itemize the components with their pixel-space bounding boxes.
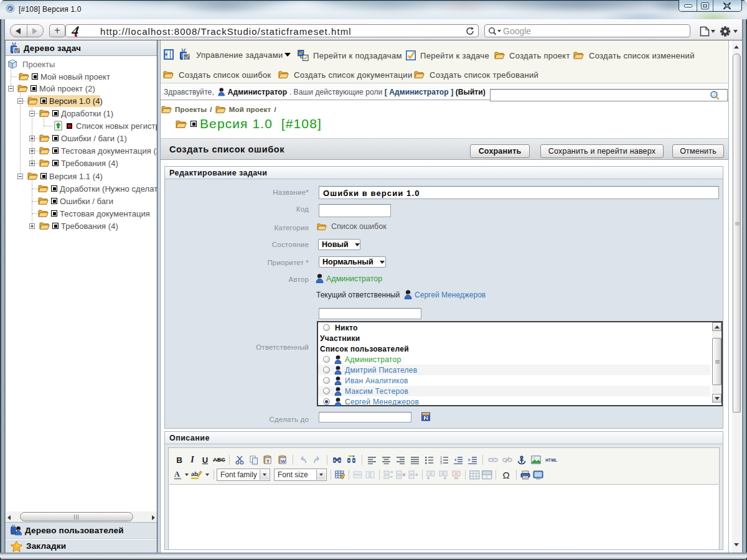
svg-text:ab: ab	[191, 470, 198, 477]
svg-text:T: T	[266, 459, 270, 464]
svg-text:3: 3	[440, 461, 442, 464]
svg-text:W: W	[281, 459, 286, 464]
svg-text:A: A	[174, 470, 180, 478]
